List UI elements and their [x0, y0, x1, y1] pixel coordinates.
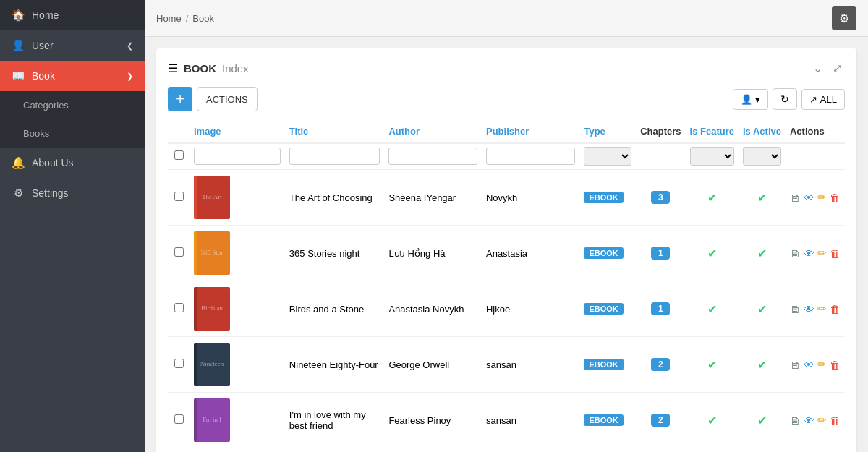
delete-icon[interactable]: 🗑	[830, 359, 841, 371]
export-button[interactable]: 👤 ▾	[733, 89, 768, 110]
col-checkbox	[168, 120, 190, 143]
row-checkbox-4[interactable]	[174, 359, 184, 368]
row-publisher: sansan	[482, 337, 579, 393]
col-author: Author	[384, 120, 482, 143]
edit-icon[interactable]: ✏	[817, 302, 827, 315]
book-cover-5: I'm in l	[194, 398, 230, 442]
chapters-badge: 1	[651, 302, 670, 315]
breadcrumb: Home / Book	[156, 13, 214, 24]
table-row: Birds an Birds and a StoneAnastasia Novy…	[168, 281, 845, 337]
refresh-button[interactable]: ↻	[773, 88, 797, 110]
filter-image[interactable]	[194, 148, 281, 165]
gear-button[interactable]: ⚙	[832, 6, 856, 30]
svg-text:The Art: The Art	[202, 193, 222, 200]
file-icon[interactable]: 🗎	[790, 247, 801, 260]
book-cover-1: The Art	[194, 176, 230, 219]
row-publisher: sansan	[482, 393, 579, 448]
book-icon: 📖	[12, 69, 25, 82]
edit-icon[interactable]: ✏	[817, 358, 827, 371]
row-checkbox-2[interactable]	[174, 247, 184, 257]
topbar: Home / Book ⚙	[145, 0, 868, 37]
filter-title[interactable]	[289, 148, 380, 165]
delete-icon[interactable]: 🗑	[830, 414, 841, 427]
filter-is-active[interactable]: Yes No	[743, 147, 781, 166]
collapse-button[interactable]: ⌄	[810, 60, 825, 77]
export-chevron: ▾	[755, 94, 760, 105]
table-row: The Art The Art of ChoosingSheena IYenga…	[168, 169, 845, 226]
title-bold: BOOK	[184, 62, 216, 74]
row-checkbox-5[interactable]	[174, 414, 184, 424]
edit-icon[interactable]: ✏	[817, 414, 827, 427]
row-checkbox-1[interactable]	[174, 192, 184, 201]
sidebar-item-user[interactable]: 👤 User ❮	[0, 30, 145, 61]
is-active-check: ✔	[757, 303, 767, 315]
row-author: Lưu Hồng Hà	[384, 226, 482, 281]
row-author: Sheena IYengar	[384, 169, 482, 226]
edit-icon[interactable]: ✏	[817, 247, 827, 260]
view-icon[interactable]: 👁	[804, 247, 814, 260]
breadcrumb-home[interactable]: Home	[156, 13, 182, 24]
view-icon[interactable]: 👁	[804, 303, 814, 315]
gear-icon: ⚙	[839, 12, 849, 25]
file-icon[interactable]: 🗎	[790, 359, 801, 371]
is-active-check: ✔	[757, 247, 767, 260]
refresh-icon: ↻	[780, 93, 789, 105]
sidebar-item-book[interactable]: 📖 Book ❯	[0, 61, 145, 91]
chevron-down-icon: ⌄	[813, 62, 822, 74]
all-button[interactable]: ↗ ALL	[801, 89, 845, 110]
row-title: 365 Stories night	[285, 226, 385, 281]
row-title: I'm in love with my best friend	[285, 393, 385, 448]
table-row: Nineteen Nineteen Eighty-FourGeorge Orwe…	[168, 337, 845, 393]
table-body: The Art The Art of ChoosingSheena IYenga…	[168, 169, 845, 448]
book-cover-2: 365 Stor	[194, 231, 230, 275]
svg-text:365 Stor: 365 Stor	[201, 249, 224, 256]
row-author: Fearless Pinoy	[384, 393, 482, 448]
add-button[interactable]: +	[168, 87, 192, 111]
sidebar-item-categories[interactable]: Categories	[0, 91, 145, 119]
sidebar-item-settings[interactable]: ⚙ Settings	[0, 178, 145, 208]
svg-rect-1	[194, 176, 197, 219]
row-title: Birds and a Stone	[285, 281, 385, 337]
svg-rect-10	[194, 343, 197, 386]
book-cover-4: Nineteen	[194, 343, 230, 386]
col-is-active: Is Active	[739, 120, 786, 143]
row-checkbox-3[interactable]	[174, 303, 184, 312]
svg-rect-7	[194, 287, 197, 331]
sidebar-item-home[interactable]: 🏠 Home	[0, 0, 145, 30]
actions-button[interactable]: ACTIONS	[197, 87, 258, 111]
is-active-check: ✔	[757, 359, 767, 371]
view-icon[interactable]: 👁	[804, 414, 814, 427]
sidebar-item-label: User	[32, 40, 54, 51]
col-type: Type	[579, 120, 636, 143]
col-is-feature: Is Feature	[686, 120, 739, 143]
is-feature-check: ✔	[707, 359, 717, 371]
expand-button[interactable]: ⤢	[830, 60, 845, 77]
file-icon[interactable]: 🗎	[790, 414, 801, 427]
is-active-check: ✔	[757, 192, 767, 204]
filter-is-feature[interactable]: Yes No	[690, 147, 734, 166]
chapters-badge: 2	[651, 414, 670, 427]
view-icon[interactable]: 👁	[804, 192, 814, 204]
filter-type[interactable]: EBOOK	[584, 147, 631, 166]
file-icon[interactable]: 🗎	[790, 303, 801, 315]
delete-icon[interactable]: 🗑	[830, 247, 841, 260]
select-all-checkbox[interactable]	[174, 150, 184, 160]
filter-publisher[interactable]	[486, 148, 575, 165]
sidebar-item-books[interactable]: Books	[0, 119, 145, 148]
delete-icon[interactable]: 🗑	[830, 303, 841, 315]
view-icon[interactable]: 👁	[804, 359, 814, 371]
type-badge: EBOOK	[584, 414, 623, 426]
chevron-down-icon: ❯	[127, 72, 133, 81]
sidebar: 🏠 Home 👤 User ❮ 📖 Book ❯ Categories Book…	[0, 0, 145, 452]
delete-icon[interactable]: 🗑	[830, 192, 841, 204]
type-badge: EBOOK	[584, 247, 623, 259]
sidebar-item-label: Book	[32, 70, 55, 82]
edit-icon[interactable]: ✏	[817, 191, 827, 204]
breadcrumb-current: Book	[192, 13, 214, 24]
svg-rect-13	[194, 398, 197, 442]
sidebar-item-about[interactable]: 🔔 About Us	[0, 148, 145, 178]
filter-author[interactable]	[388, 148, 477, 165]
table-header-row: Image Title Author Publisher Type Chapte…	[168, 120, 845, 143]
file-icon[interactable]: 🗎	[790, 192, 801, 204]
col-image: Image	[190, 120, 285, 143]
